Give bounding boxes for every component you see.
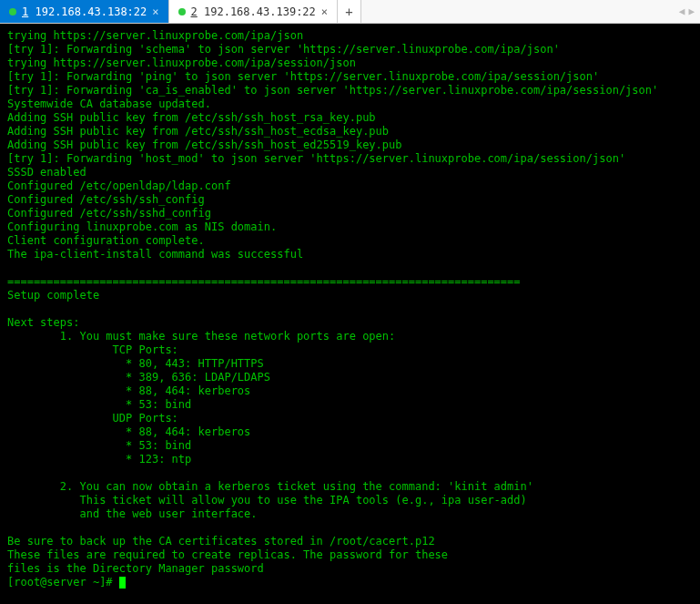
close-icon[interactable]: × (321, 6, 328, 17)
status-dot-icon (178, 8, 186, 15)
prompt: [root@server ~]# (7, 576, 119, 589)
nav-left-icon[interactable]: ◀ (679, 5, 685, 17)
close-icon[interactable]: × (152, 6, 158, 17)
terminal[interactable]: trying https://server.linuxprobe.com/ipa… (0, 24, 700, 604)
new-tab-button[interactable]: + (338, 0, 361, 23)
tab-bar: 1 192.168.43.138:22 × 2 192.168.43.139:2… (0, 0, 700, 24)
status-dot-icon (9, 8, 16, 15)
tab-2-label: 2 192.168.43.139:22 (191, 5, 316, 18)
tab-1-label: 1 192.168.43.138:22 (22, 5, 147, 18)
terminal-output: trying https://server.linuxprobe.com/ipa… (7, 29, 693, 576)
tab-spacer (361, 0, 674, 23)
tab-2[interactable]: 2 192.168.43.139:22 × (169, 0, 339, 23)
tab-nav: ◀ ▶ (674, 0, 700, 23)
nav-right-icon[interactable]: ▶ (688, 5, 695, 17)
tab-1[interactable]: 1 192.168.43.138:22 × (0, 0, 169, 23)
cursor-icon (119, 577, 126, 589)
